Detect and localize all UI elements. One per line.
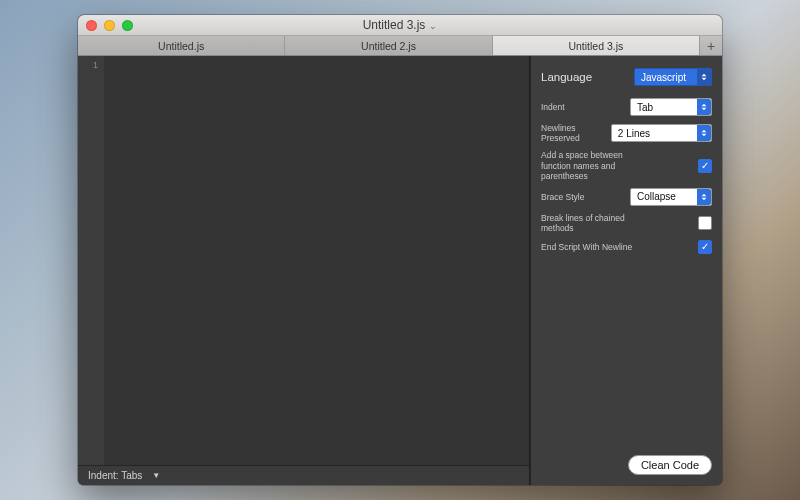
window-body: 1 Indent: Tabs ▼ Language Javascript bbox=[78, 56, 722, 485]
code-area: 1 bbox=[78, 56, 529, 465]
select-value: 2 Lines bbox=[618, 128, 650, 139]
editor-pane: 1 Indent: Tabs ▼ bbox=[78, 56, 530, 485]
row-indent: Indent Tab bbox=[541, 98, 712, 116]
end-newline-checkbox[interactable] bbox=[698, 240, 712, 254]
indent-select[interactable]: Tab bbox=[630, 98, 712, 116]
tab-label: Untitled.js bbox=[158, 40, 204, 52]
space-fn-label: Add a space between function names and p… bbox=[541, 150, 637, 181]
window-title-wrap[interactable]: Untitled 3.js ⌄ bbox=[78, 18, 722, 32]
newlines-select[interactable]: 2 Lines bbox=[611, 124, 712, 142]
brace-label: Brace Style bbox=[541, 192, 584, 202]
titlebar: Untitled 3.js ⌄ bbox=[78, 15, 722, 36]
row-space-fn: Add a space between function names and p… bbox=[541, 150, 712, 181]
tab-untitled-3[interactable]: Untitled 3.js bbox=[493, 36, 700, 55]
row-chain: Break lines of chained methods bbox=[541, 213, 712, 233]
clean-code-label: Clean Code bbox=[641, 459, 699, 471]
select-value: Collapse bbox=[637, 191, 676, 202]
code-text-area[interactable] bbox=[104, 56, 529, 465]
brace-select[interactable]: Collapse bbox=[630, 188, 712, 206]
statusbar: Indent: Tabs ▼ bbox=[78, 465, 529, 485]
plus-icon: + bbox=[707, 38, 715, 54]
end-newline-label: End Script With Newline bbox=[541, 242, 632, 252]
row-newlines: Newlines Preserved 2 Lines bbox=[541, 123, 712, 143]
select-value: Tab bbox=[637, 102, 653, 113]
indent-label: Indent bbox=[541, 102, 565, 112]
sidebar-spacer bbox=[531, 254, 722, 445]
updown-icon bbox=[697, 125, 711, 141]
clean-code-button[interactable]: Clean Code bbox=[628, 455, 712, 475]
updown-icon bbox=[697, 99, 711, 115]
row-end-newline: End Script With Newline bbox=[541, 240, 712, 254]
tab-untitled[interactable]: Untitled.js bbox=[78, 36, 285, 55]
updown-icon bbox=[697, 69, 711, 85]
line-number: 1 bbox=[78, 60, 98, 70]
window-title: Untitled 3.js bbox=[363, 18, 426, 32]
settings-sidebar: Language Javascript Indent Tab bbox=[530, 56, 722, 485]
status-indent[interactable]: Indent: Tabs bbox=[88, 470, 142, 481]
language-label: Language bbox=[541, 71, 592, 83]
sidebar-header: Language Javascript bbox=[531, 56, 722, 96]
tab-label: Untitled 2.js bbox=[361, 40, 416, 52]
select-value: Javascript bbox=[641, 72, 686, 83]
app-window: Untitled 3.js ⌄ Untitled.js Untitled 2.j… bbox=[78, 15, 722, 485]
tabbar: Untitled.js Untitled 2.js Untitled 3.js … bbox=[78, 36, 722, 56]
updown-icon bbox=[697, 189, 711, 205]
tab-untitled-2[interactable]: Untitled 2.js bbox=[285, 36, 492, 55]
sidebar-rows: Indent Tab Newlines Preserved 2 Lines bbox=[531, 96, 722, 254]
row-brace: Brace Style Collapse bbox=[541, 188, 712, 206]
sidebar-footer: Clean Code bbox=[531, 445, 722, 485]
language-select[interactable]: Javascript bbox=[634, 68, 712, 86]
line-gutter: 1 bbox=[78, 56, 104, 465]
chevron-down-icon: ⌄ bbox=[429, 21, 437, 31]
space-fn-checkbox[interactable] bbox=[698, 159, 712, 173]
tab-label: Untitled 3.js bbox=[568, 40, 623, 52]
newlines-label: Newlines Preserved bbox=[541, 123, 603, 143]
chain-label: Break lines of chained methods bbox=[541, 213, 637, 233]
add-tab-button[interactable]: + bbox=[700, 36, 722, 55]
chevron-down-icon[interactable]: ▼ bbox=[152, 471, 160, 480]
chain-checkbox[interactable] bbox=[698, 216, 712, 230]
